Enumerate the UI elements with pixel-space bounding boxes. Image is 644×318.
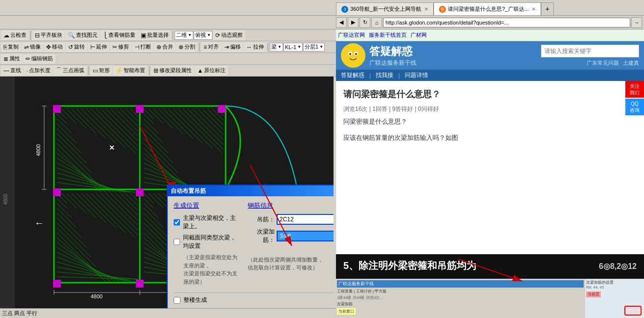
tb-straight-line[interactable]: —直线 [1,66,24,76]
qa-nav-item-3[interactable]: 问题详情 [405,71,428,80]
tb-split[interactable]: ⊗分割 [176,42,198,52]
refresh-button[interactable]: ↻ [360,17,370,28]
svg-text:4800: 4800 [91,293,103,299]
tb-break[interactable]: ⊣打断 [132,42,154,52]
tb-view-top[interactable]: 俯视▼ [194,31,212,40]
go-button[interactable]: → [631,17,642,28]
tb-rebar-qty[interactable]: ⎩查看钢筋量 [101,30,138,40]
tb-element-type[interactable]: KL-1▼ [283,43,303,52]
qa-answer-text: 应该在钢筋算量的次梁加筋输入吗？如图 [343,133,637,142]
dialog-note2-1: 说明：1、梁和梁相交处有柱或墙时，不生成吊筋和次梁加筋。 [174,307,334,308]
batch-icon: ▣ [141,32,146,39]
tb-dynamic-view[interactable]: ⟳动态观察 [213,30,245,40]
tb-align[interactable]: ≡对齐 [201,42,221,52]
tb-offset[interactable]: ⇥偏移 [222,42,243,52]
qa-logo-area: 答疑解惑 广联达服务新干线 [341,43,416,68]
tb-merge[interactable]: ⊕合并 [154,42,176,52]
tab-1-close[interactable]: ✕ [424,6,428,12]
new-tab-button[interactable]: + [541,2,554,15]
svg-rect-1 [0,77,15,308]
sep2 [173,31,173,40]
dropdown-arrow: ▼ [188,33,192,37]
forward-button[interactable]: ▶ [348,17,359,28]
cad-toolbar-row4: —直线 ·点加长度 ⌒三点画弧 ▭矩形 ⚡智能布置 ⊞修改梁段属性 ▲原位标注 [0,65,336,77]
statusbar-text: 三点 两点 平行 [2,310,37,317]
qa-search-input[interactable] [541,45,639,57]
tab-2-close[interactable]: ✕ [532,6,536,12]
svg-text:←: ← [34,217,44,228]
sep4 [268,43,268,52]
qa-nav-item-2[interactable]: 找我接 [376,71,393,80]
checkbox1-row: 主梁与次梁相交，主梁上。 [174,214,240,231]
auto-hanger-dialog: 自动布置吊筋 ✕ 生成位置 主梁与次梁相交，主梁上。 [167,185,334,308]
tb-mirror[interactable]: ⇌镜像 [22,42,43,52]
cad-toolbar-row3: ≣属性 ✏编辑钢筋 [0,53,336,65]
offset-icon: ⇥ [224,44,229,51]
dialog-note1: （主梁是指梁相交处为支座的梁， 次梁是指梁交处不为支座的梁） [183,253,240,286]
tb-three-arc[interactable]: ⌒三点画弧 [53,66,87,76]
dialog-title-bar: 自动布置吊筋 ✕ [168,186,334,196]
cad-toolbar-row2: ⎘复制 ⇌镜像 ✥移动 ↺旋转 ⊢延伸 ✂修剪 ⊣打断 ⊕合并 ⊗分割 ≡对齐 … [0,41,336,53]
browser-tab-2[interactable]: 答 请问梁密箍是什么意思?_广联达... ✕ [434,2,541,15]
tb-trim[interactable]: ✂修剪 [110,42,131,52]
tab-icon-360: 3 [341,6,348,13]
bookmark-2[interactable]: 服务新干线首页 [369,31,407,39]
tb-align-board[interactable]: ⊟平齐板块 [32,30,65,40]
tb-find-element[interactable]: 🔍查找图元 [65,30,100,40]
tb-rectangle[interactable]: ▭矩形 [90,66,112,76]
qq-btn[interactable]: QQ咨询 [625,99,644,115]
back-button[interactable]: ◀ [336,17,347,28]
tb-extend[interactable]: ⊢延伸 [88,42,109,52]
tb-batch-select[interactable]: ▣批量选择 [138,30,171,40]
cad-canvas[interactable]: 4800 [0,77,334,308]
field1-label: 吊筋： [248,215,275,224]
qa-nav-item-1[interactable]: 答疑解惑 [341,71,364,80]
tb-layer-select[interactable]: 梁▼ [270,43,283,52]
tb-modify-segment[interactable]: ⊞修改梁段属性 [151,66,194,76]
divider [174,292,334,293]
tb-point-length[interactable]: ·点加长度 [24,66,53,76]
tb-copy[interactable]: ⎘复制 [1,42,21,52]
field-note: （此处指次梁两侧共增加数量， 信息取自计算设置，可修改） [248,247,334,272]
tab-1-label: 360导航_新一代安全上网导航 [350,5,421,13]
bookmark-3[interactable]: 广材网 [411,31,427,39]
split-icon: ⊗ [179,44,183,51]
type-arrow: ▼ [297,45,301,49]
qa-search-area: 广东常见问题 土建真 [541,45,639,67]
address-bar[interactable] [383,18,630,27]
svg-text:4800: 4800 [35,144,41,156]
tb-cloud-check[interactable]: ☁云检查 [1,30,29,40]
follow-btn[interactable]: 关注我们 [625,81,644,98]
tb-edit-rebar[interactable]: ✏编辑钢筋 [23,54,55,64]
tb-move[interactable]: ✥移动 [44,42,65,52]
field1-row: 吊筋： [248,214,334,225]
checkbox1-label: 主梁与次梁相交，主梁上。 [183,214,240,231]
rotate-icon: ↺ [68,44,73,51]
svg-point-162 [349,53,351,55]
bookmark-1[interactable]: 广联达官网 [338,31,365,39]
qa-search-link-1[interactable]: 广东常见问题 [587,59,619,67]
tb-smart-layout[interactable]: ⚡智能布置 [113,66,148,76]
tb-stretch[interactable]: ↔拉伸 [244,42,266,52]
tb-properties[interactable]: ≣属性 [1,54,23,64]
tb-rotate[interactable]: ↺旋转 [66,42,87,52]
checkbox3[interactable] [174,297,180,304]
tb-sublayer[interactable]: 分层1▼ [303,43,325,52]
qa-search-link-2[interactable]: 土建真 [623,59,639,67]
section2-title: 钢筋信息 [248,201,334,210]
web-browser-area: 广联达官网 服务新干线首页 广材网 [336,29,644,318]
line-icon: — [3,67,9,74]
home-button[interactable]: ⌂ [371,17,382,28]
tb-original-mark[interactable]: ▲原位标注 [195,66,228,76]
qa-meta: 浏览16次 | 1回答 | 9答得好 | 0问得好 [343,105,637,113]
field1-input[interactable] [277,214,334,225]
browser-tab-1[interactable]: 3 360导航_新一代安全上网导航 ✕ [336,2,434,15]
trim-icon: ✂ [112,44,117,51]
extend-icon: ⊢ [90,44,95,51]
checkbox2[interactable] [174,238,180,245]
move-icon: ✥ [46,44,51,51]
field2-input[interactable] [277,231,334,241]
tb-view-2d[interactable]: 二维▼ [175,31,193,40]
align2-icon: ≡ [204,44,207,51]
checkbox1[interactable] [174,219,180,226]
